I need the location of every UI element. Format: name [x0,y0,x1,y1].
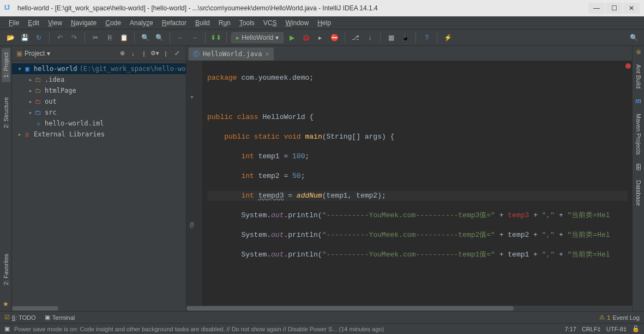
run-gutter-icon[interactable]: ▾ [190,93,194,103]
tab-ant-build[interactable]: Ant Build [634,60,643,93]
forward-icon[interactable]: → [189,32,201,44]
undo-icon[interactable]: ↶ [54,32,66,44]
event-log-icon: ⚠ [599,314,605,321]
make-icon[interactable]: ⬇⬇ [210,32,222,44]
redo-icon[interactable]: ↷ [68,32,80,44]
todo-icon: ☑ [4,314,10,321]
tab-favorites[interactable]: 2: Favorites [2,249,10,289]
title-text: hello-world - [E:\git_work_space\hello-w… [17,4,587,12]
menu-navigate[interactable]: Navigate [67,18,101,28]
tree-root[interactable]: ▾ ▣ hello-world (E:\git_work_space\hello… [12,63,186,74]
run-icon[interactable]: ▶ [286,32,298,44]
editor-tab-helloworld[interactable]: Ⓒ HelloWorld.java × [189,47,274,61]
copy-icon[interactable]: ⎘ [104,32,116,44]
status-message: Power save mode is on: Code insight and … [14,326,560,332]
status-encoding[interactable]: UTF-8‡ [606,326,627,332]
tree-item-label: out [45,98,57,105]
menu-help[interactable]: Help [313,18,335,28]
debug-icon[interactable]: 🐞 [300,32,312,44]
menu-build[interactable]: Build [191,18,214,28]
editor-tab-label: HelloWorld.java [203,50,262,58]
menu-analyze[interactable]: Analyze [125,18,158,28]
toolbar: 📂 💾 ↻ ↶ ↷ ✂ ⎘ 📋 🔍 🔍 ← → ⬇⬇ ▸ HelloWorld … [0,29,644,46]
menu-refactor[interactable]: Refactor [158,18,191,28]
coverage-icon[interactable]: ▸ [314,32,326,44]
project-scrollbar[interactable] [12,306,186,311]
error-stripe-icon[interactable] [625,63,631,69]
update-icon[interactable]: ↓ [364,32,376,44]
tab-terminal[interactable]: ▣ Terminal [45,314,75,321]
tab-todo[interactable]: ☑ 6: TODO [4,314,36,321]
titlebar: IJ hello-world - [E:\git_work_space\hell… [0,0,644,16]
open-icon[interactable]: 📂 [4,32,16,44]
run-config-selector[interactable]: ▸ HelloWorld ▾ [231,32,284,43]
module-icon: ▣ [23,65,32,73]
close-tab-icon[interactable]: × [265,50,269,58]
folder-icon: 🗀 [34,98,43,105]
project-tree: ▾ ▣ hello-world (E:\git_work_space\hello… [12,61,186,142]
help-icon[interactable]: ? [420,32,432,44]
windows-icon[interactable]: ▣ [4,325,10,332]
sync-icon[interactable]: ↻ [33,32,45,44]
hide-icon[interactable]: ⤢ [172,49,182,58]
paste-icon[interactable]: 📋 [118,32,130,44]
menu-edit[interactable]: Edit [23,18,44,28]
find-icon[interactable]: 🔍 [139,32,151,44]
tree-item-label: hello-world.iml [45,120,104,127]
scroll-from-source-icon[interactable]: ⊕ [117,49,127,58]
back-icon[interactable]: ← [174,32,186,44]
libraries-icon: ⫼ [23,130,32,138]
gear-icon[interactable]: ⚙▾ [150,49,160,58]
class-icon: Ⓒ [193,50,200,59]
replace-icon[interactable]: 🔍 [153,32,165,44]
status-line-ending[interactable]: CRLF‡ [582,326,601,332]
editor-scrollbar[interactable] [186,306,632,311]
status-position[interactable]: 7:17 [564,326,576,332]
run-config-icon: ▸ [236,34,239,41]
menu-file[interactable]: File [4,18,23,28]
code-editor[interactable]: ▾ @ package com.youmeek.demo; public cla… [186,61,632,306]
minimize-button[interactable]: — [588,3,605,14]
ant-icon: ※ [636,48,641,56]
lock-icon[interactable]: 🔓 [632,325,640,332]
tree-item-htmlpage[interactable]: ▸ 🗀 htmlPage [12,85,186,96]
menu-vcs[interactable]: VCS [259,18,281,28]
tab-structure[interactable]: 2: Structure [2,93,10,133]
close-button[interactable]: ✕ [623,3,640,14]
menu-run[interactable]: Run [214,18,235,28]
collapse-all-icon[interactable]: ↓ [128,49,138,58]
sep-icon: | [161,49,171,58]
chevron-down-icon[interactable]: ▾ [47,50,50,57]
chevron-down-icon: ▾ [275,34,279,41]
tree-item-idea[interactable]: ▸ 🗀 .idea [12,74,186,85]
menu-tools[interactable]: Tools [235,18,259,28]
tree-item-out[interactable]: ▸ 🗀 out [12,96,186,107]
star-icon: ★ [3,300,9,308]
menu-view[interactable]: View [44,18,67,28]
tab-project[interactable]: 1: Project [2,48,10,82]
project-panel: ▣ Project ▾ ⊕ ↓ | ⚙▾ | ⤢ ▾ ▣ hello-world… [12,46,186,311]
maximize-button[interactable]: ☐ [606,3,622,14]
project-panel-title: Project [25,50,45,57]
menu-code[interactable]: Code [101,18,125,28]
cut-icon[interactable]: ✂ [89,32,101,44]
stop-icon[interactable]: ⛔ [328,32,340,44]
search-everywhere-icon[interactable]: 🔍 [628,32,640,44]
tree-item-src[interactable]: ▸ 🗀 src [12,107,186,118]
save-icon[interactable]: 💾 [19,32,31,44]
vcs-icon[interactable]: ⎇ [350,32,362,44]
struct-icon[interactable]: ▦ [385,32,397,44]
avd-icon[interactable]: 📱 [399,32,411,44]
tab-event-log[interactable]: ⚠ 1 Event Log [599,314,640,321]
power-save-icon[interactable]: ⚡ [442,32,454,44]
tree-item-label: htmlPage [45,87,76,94]
left-tool-gutter: 1: Project 2: Structure 2: Favorites ★ [0,46,12,311]
menubar: File Edit View Navigate Code Analyze Ref… [0,16,644,29]
tab-maven[interactable]: Maven Projects [634,109,643,159]
tree-external-libs[interactable]: ▸ ⫼ External Libraries [12,129,186,140]
right-tool-gutter: ※ Ant Build m Maven Projects 🗄 Database [632,46,644,311]
menu-window[interactable]: Window [281,18,313,28]
tab-database[interactable]: Database [634,176,643,210]
override-gutter-icon[interactable]: @ [190,220,194,230]
tree-item-iml[interactable]: ⟐ hello-world.iml [12,118,186,129]
